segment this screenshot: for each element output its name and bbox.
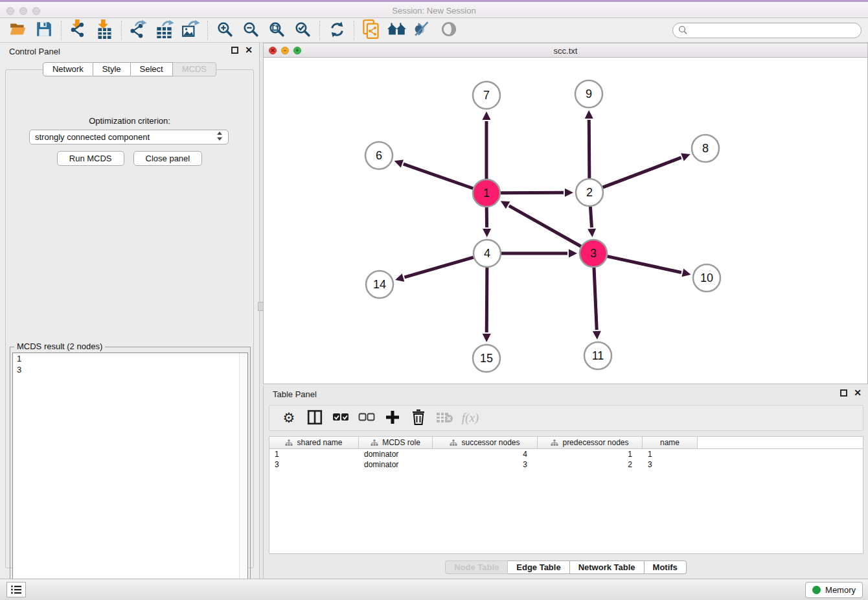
close-table-panel-icon[interactable]: ✕ <box>854 389 862 397</box>
export-table-button[interactable] <box>152 19 177 41</box>
table-settings-icon: ⚙ <box>283 410 295 426</box>
tab-network-table[interactable]: Network Table <box>570 560 645 574</box>
edge-arrow-1-6 <box>394 159 404 167</box>
graph-node-6[interactable]: 6 <box>365 142 393 169</box>
mcds-result-list[interactable]: 13 <box>12 352 248 587</box>
graph-node-11[interactable]: 11 <box>584 342 611 369</box>
delete-column-button[interactable] <box>407 407 430 429</box>
show-columns-button[interactable] <box>303 407 326 429</box>
select-all-checkboxes-button[interactable] <box>329 407 352 429</box>
task-history-button[interactable] <box>6 582 26 597</box>
hide-graphics-details-button[interactable] <box>410 19 436 41</box>
table-cell: 4 <box>433 449 538 459</box>
import-network-button[interactable] <box>65 19 91 41</box>
run-mcds-button[interactable]: Run MCDS <box>57 151 124 166</box>
tab-network[interactable]: Network <box>43 62 93 76</box>
open-session-button[interactable] <box>5 19 31 41</box>
zoom-selected-button[interactable] <box>290 19 315 41</box>
table-cell: dominator <box>359 449 433 459</box>
column-header-successor-nodes[interactable]: successor nodes <box>433 437 538 448</box>
edge-arrow-3-1 <box>501 201 510 209</box>
node-table: shared nameMCDS rolesuccessor nodesprede… <box>269 436 863 554</box>
edge-arrow-2-9 <box>585 110 593 119</box>
zoom-in-button[interactable] <box>212 19 238 41</box>
graph-node-3[interactable]: 3 <box>580 240 607 267</box>
graph-node-7[interactable]: 7 <box>473 82 500 109</box>
edge-3-10[interactable] <box>607 257 681 273</box>
first-neighbors-icon <box>387 21 407 40</box>
edge-1-2[interactable] <box>501 192 564 193</box>
save-session-button[interactable] <box>31 19 57 41</box>
close-panel-icon[interactable]: ✕ <box>245 47 253 54</box>
float-panel-icon[interactable] <box>231 47 238 54</box>
close-panel-button[interactable]: Close panel <box>133 151 203 166</box>
mcds-result-item[interactable]: 1 <box>13 353 247 364</box>
edge-3-11[interactable] <box>594 268 597 330</box>
edge-arrow-2-8 <box>681 153 690 161</box>
add-column-button[interactable] <box>381 407 404 429</box>
table-row[interactable]: 3dominator323 <box>269 459 863 470</box>
result-scrollbar[interactable] <box>239 353 247 586</box>
tab-edge-table[interactable]: Edge Table <box>508 560 569 574</box>
mcds-result-item[interactable]: 3 <box>13 364 247 375</box>
node-label: 1 <box>483 187 490 200</box>
search-icon <box>678 25 687 36</box>
export-image-icon <box>181 20 200 40</box>
optimization-select[interactable]: strongly connected component <box>29 130 229 144</box>
column-header-predecessor-nodes[interactable]: predecessor nodes <box>538 437 643 448</box>
edge-2-9[interactable] <box>589 120 589 178</box>
network-canvas[interactable]: 7 9 6 8 1 2 4 3 14 10 15 11 <box>264 58 867 384</box>
tab-select[interactable]: Select <box>131 62 173 76</box>
export-image-button[interactable] <box>177 19 203 41</box>
graph-node-15[interactable]: 15 <box>473 345 500 372</box>
refresh-button[interactable] <box>324 19 350 41</box>
graph-node-4[interactable]: 4 <box>474 240 501 267</box>
tab-style[interactable]: Style <box>93 62 131 76</box>
column-header-MCDS-role[interactable]: MCDS role <box>359 437 433 448</box>
mcds-panel: Optimization criterion: strongly connect… <box>5 69 254 568</box>
graph-node-10[interactable]: 10 <box>693 264 720 292</box>
edge-1-6[interactable] <box>404 164 473 189</box>
column-header-shared-name[interactable]: shared name <box>269 437 359 448</box>
graph-node-1[interactable]: 1 <box>473 179 500 207</box>
column-type-icon <box>285 439 293 446</box>
column-header-name[interactable]: name <box>643 437 698 448</box>
memory-button[interactable]: Memory <box>805 582 863 598</box>
node-label: 11 <box>592 349 604 362</box>
clear-checkboxes-button[interactable] <box>355 407 378 429</box>
network-graph[interactable]: 7 9 6 8 1 2 4 3 14 10 15 11 <box>264 58 867 384</box>
memory-status-icon <box>812 586 821 594</box>
search-box[interactable] <box>672 23 862 38</box>
hide-graphics-details-icon <box>414 21 432 40</box>
first-neighbors-button[interactable] <box>384 19 410 41</box>
edge-2-3[interactable] <box>590 207 591 227</box>
graph-node-9[interactable]: 9 <box>575 80 602 108</box>
zoom-out-button[interactable] <box>238 19 264 41</box>
app-titlebar: Session: New Session <box>0 0 868 18</box>
zoom-fit-button[interactable] <box>264 19 290 41</box>
table-settings-button[interactable]: ⚙ <box>277 407 301 429</box>
edge-4-15[interactable] <box>486 268 487 332</box>
show-graphics-details-button[interactable] <box>436 19 462 41</box>
table-row[interactable]: 1dominator411 <box>269 449 863 459</box>
edge-3-1[interactable] <box>509 206 581 247</box>
graph-node-14[interactable]: 14 <box>366 271 393 298</box>
clone-network-button[interactable] <box>358 19 384 41</box>
graph-node-2[interactable]: 2 <box>576 179 603 206</box>
node-label: 2 <box>586 186 593 199</box>
node-label: 10 <box>700 271 713 284</box>
edge-4-14[interactable] <box>404 257 473 277</box>
float-table-panel-icon[interactable] <box>840 389 847 397</box>
graph-node-8[interactable]: 8 <box>692 135 719 162</box>
import-table-button[interactable] <box>91 19 117 41</box>
table-tabs: Node TableEdge TableNetwork TableMotifs <box>264 560 868 574</box>
save-session-icon <box>36 21 52 40</box>
search-input[interactable] <box>691 25 861 36</box>
edge-2-8[interactable] <box>603 157 681 187</box>
tab-motifs[interactable]: Motifs <box>645 560 687 574</box>
export-network-button[interactable] <box>126 19 152 41</box>
edge-arrow-4-15 <box>483 334 491 342</box>
tab-node-table[interactable]: Node Table <box>445 560 508 574</box>
tab-mcds[interactable]: MCDS <box>173 62 216 76</box>
node-label: 8 <box>702 142 709 155</box>
